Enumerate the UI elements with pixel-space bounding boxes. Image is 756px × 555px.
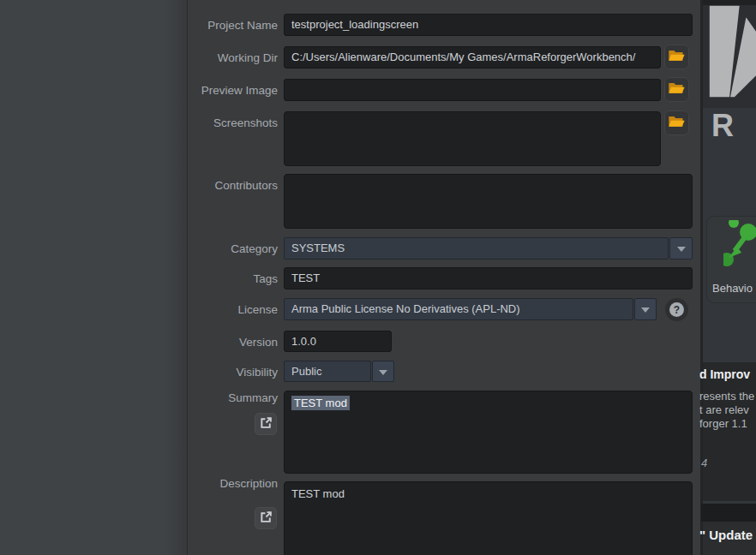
- description-expand-button[interactable]: [255, 507, 277, 529]
- folder-icon: [668, 81, 686, 99]
- screenshots-label: Screenshots: [188, 116, 278, 129]
- news-text-line: resents the: [699, 390, 754, 403]
- working-dir-input[interactable]: C:/Users/Alienware/Documents/My Games/Ar…: [284, 46, 661, 69]
- description-textarea[interactable]: TEST mod: [284, 481, 693, 555]
- preview-image-input[interactable]: [284, 79, 661, 101]
- background-right: R Behavio d Improv resents the t are rel…: [701, 0, 756, 555]
- behavior-tree-icon: [723, 220, 756, 278]
- behavior-card-label: Behavio: [712, 282, 753, 295]
- working-dir-label: Working Dir: [188, 51, 278, 64]
- news-text-line: t are relev: [699, 403, 749, 416]
- project-name-label: Project Name: [188, 19, 278, 32]
- category-dropdown[interactable]: SYSTEMS: [284, 237, 669, 260]
- chevron-down-icon: [379, 370, 387, 375]
- tags-label: Tags: [188, 272, 278, 285]
- version-input[interactable]: 1.0.0: [284, 331, 392, 352]
- update-heading: " Update: [699, 528, 753, 542]
- reforger-logo-letter: R: [711, 108, 735, 144]
- preview-image-browse-button[interactable]: [664, 77, 689, 102]
- project-name-input[interactable]: testproject_loadingscreen: [284, 14, 693, 36]
- working-dir-browse-button[interactable]: [664, 45, 689, 69]
- summary-label: Summary: [188, 391, 278, 404]
- summary-textarea[interactable]: TEST mod: [284, 391, 693, 474]
- external-link-icon: [260, 416, 273, 433]
- description-label: Description: [188, 477, 278, 490]
- behavior-editor-card[interactable]: Behavio: [706, 216, 756, 303]
- version-label: Version: [188, 336, 278, 349]
- tags-input[interactable]: TEST: [284, 267, 693, 289]
- news-title: d Improv: [699, 367, 750, 381]
- summary-expand-button[interactable]: [255, 413, 277, 435]
- screenshots-textarea[interactable]: [284, 111, 661, 166]
- project-settings-dialog: Project Name testproject_loadingscreen W…: [187, 0, 701, 555]
- license-dropdown[interactable]: Arma Public License No Derivatives (APL-…: [284, 298, 633, 320]
- selected-text: TEST mod: [291, 396, 350, 410]
- category-dropdown-arrow[interactable]: [669, 237, 693, 260]
- external-link-icon: [260, 510, 273, 527]
- visibility-label: Visibility: [188, 366, 278, 379]
- license-dropdown-arrow[interactable]: [634, 298, 657, 320]
- chevron-down-icon: [641, 307, 650, 313]
- folder-icon: [668, 48, 686, 67]
- background-left: [0, 0, 187, 555]
- news-text-line: forger 1.1: [699, 417, 747, 430]
- contributors-label: Contributors: [188, 179, 278, 192]
- question-mark-icon: ?: [669, 302, 684, 317]
- license-help-button[interactable]: ?: [665, 298, 688, 321]
- logo-zone: [703, 0, 756, 108]
- folder-icon: [668, 114, 686, 133]
- category-label: Category: [188, 242, 278, 255]
- arma-logo-letter-icon: [705, 3, 756, 101]
- chevron-down-icon: [677, 247, 686, 252]
- news-panel: d Improv resents the t are relev forger …: [703, 362, 756, 501]
- preview-image-label: Preview Image: [188, 84, 278, 97]
- license-label: License: [188, 303, 278, 316]
- section-divider-band: [701, 504, 756, 522]
- visibility-dropdown[interactable]: Public: [284, 361, 371, 382]
- news-date: 4: [701, 457, 707, 469]
- screenshots-browse-button[interactable]: [664, 110, 689, 135]
- visibility-dropdown-arrow[interactable]: [372, 361, 394, 382]
- contributors-textarea[interactable]: [284, 174, 693, 229]
